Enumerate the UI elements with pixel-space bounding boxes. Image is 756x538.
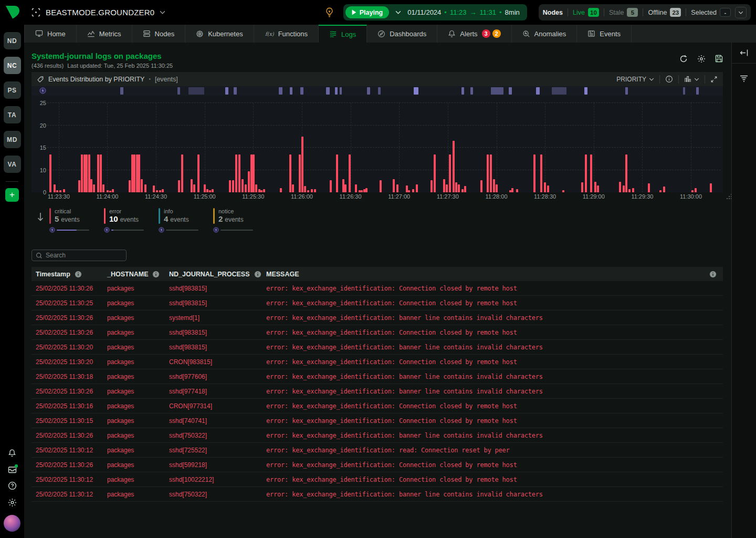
cell-hostname: packages — [103, 461, 165, 469]
table-row[interactable]: 25/02/2025 11:30:26packagessshd[750322]e… — [32, 428, 723, 443]
live-label[interactable]: Live — [573, 9, 585, 16]
selected-chevron-icon[interactable] — [735, 7, 747, 18]
column-info-icon[interactable] — [254, 271, 261, 278]
table-row[interactable]: 25/02/2025 11:30:26packagessshd[983815]e… — [32, 325, 723, 340]
gridline — [691, 103, 691, 192]
bar-error — [304, 186, 306, 192]
anomaly-segment — [584, 87, 587, 95]
legend-item-info[interactable]: info4events — [159, 208, 198, 233]
x-tick-label: 11:27:00 — [388, 193, 410, 200]
table-row[interactable]: 25/02/2025 11:30:16packagesCRON[977314]e… — [32, 399, 723, 413]
lightbulb-icon[interactable] — [325, 7, 334, 17]
room-nc[interactable]: NC — [4, 57, 21, 74]
tab-dashboards[interactable]: Dashboards — [367, 25, 437, 43]
tab-metrics[interactable]: Metrics — [77, 25, 132, 43]
column-header-label[interactable]: MESSAGE — [266, 271, 299, 278]
table-row[interactable]: 25/02/2025 11:30:26packagessystemd[1]err… — [32, 311, 723, 325]
bar-error — [86, 154, 88, 192]
news-inbox-icon[interactable] — [8, 465, 17, 473]
cell-message: error: kex_exchange_identification: Conn… — [262, 461, 723, 469]
table-row[interactable]: 25/02/2025 11:30:26packagessshd[983815]e… — [32, 281, 723, 296]
x-tick-label: 11:29:30 — [631, 193, 653, 200]
chart-plot[interactable]: 252015100 — [32, 96, 723, 192]
stale-count-badge[interactable]: 5 — [627, 8, 638, 17]
main-content: Systemd-journal logs on packages (436 re… — [24, 43, 731, 538]
x-tick-label: 11:27:30 — [437, 193, 459, 200]
tab-home[interactable]: Home — [24, 25, 77, 43]
chart-type-selector[interactable] — [684, 76, 699, 82]
refresh-icon[interactable] — [679, 55, 688, 63]
column-header-label[interactable]: Timestamp — [36, 271, 70, 278]
add-space-button[interactable]: + — [5, 188, 19, 202]
tab-kubernetes[interactable]: Kubernetes — [185, 25, 254, 43]
table-row[interactable]: 25/02/2025 11:30:12packagessshd[725522]e… — [32, 443, 723, 458]
cell-hostname: packages — [103, 358, 165, 366]
live-count-badge[interactable]: 10 — [588, 8, 599, 17]
compass-icon — [377, 30, 385, 38]
notifications-bell-icon[interactable] — [8, 449, 16, 458]
table-info-icon[interactable] — [709, 271, 717, 278]
room-ta[interactable]: TA — [4, 106, 21, 123]
tab-anomalies[interactable]: Anomalies — [512, 25, 578, 43]
column-header-label[interactable]: ND_JOURNAL_PROCESS — [169, 271, 250, 278]
anomaly-segment — [234, 87, 236, 95]
priority-dropdown[interactable]: PRIORITY — [616, 76, 654, 83]
legend-item-error[interactable]: error10events — [104, 208, 144, 233]
bar-error — [493, 179, 495, 192]
netdata-logo[interactable] — [0, 0, 24, 25]
legend-item-critical[interactable]: critical5events — [49, 208, 89, 233]
table-row[interactable]: 25/02/2025 11:30:15packagessshd[740741]e… — [32, 413, 723, 428]
user-avatar[interactable] — [4, 515, 20, 532]
table-row[interactable]: 25/02/2025 11:30:12packagessshd[750322]e… — [32, 487, 723, 502]
stale-label[interactable]: Stale — [609, 9, 624, 16]
help-icon[interactable] — [8, 481, 17, 490]
range-arrow: → — [469, 8, 476, 16]
chart-info-icon[interactable] — [665, 75, 673, 83]
room-ps[interactable]: PS — [4, 81, 21, 99]
room-va[interactable]: VA — [4, 156, 21, 173]
x-axis: 11:23:3011:24:0011:24:3011:25:0011:25:30… — [47, 192, 721, 201]
anomaly-ribbon[interactable] — [32, 86, 723, 96]
table-row[interactable]: 25/02/2025 11:30:26packagessshd[977418]e… — [32, 384, 723, 399]
legend-item-notice[interactable]: notice2events — [213, 208, 253, 233]
room-md[interactable]: MD — [4, 131, 21, 148]
column-header-label[interactable]: _HOSTNAME — [107, 271, 148, 278]
tab-nodes[interactable]: Nodes — [132, 25, 186, 43]
chart-title-dot: • — [149, 76, 151, 82]
table-row[interactable]: 25/02/2025 11:30:25packagessshd[983815]e… — [32, 296, 723, 311]
column-info-icon[interactable] — [75, 271, 82, 278]
save-icon[interactable] — [715, 55, 723, 63]
cell-hostname: packages — [103, 447, 165, 454]
search-input[interactable] — [46, 252, 122, 259]
settings-gear-icon[interactable] — [8, 498, 17, 507]
legend-direction-arrow-icon[interactable] — [37, 212, 44, 222]
table-row[interactable]: 25/02/2025 11:30:18packagessshd[977606]e… — [32, 369, 723, 384]
date-range[interactable]: 01/11/2024 • 11:23 → 11:31 • 8min — [407, 8, 520, 16]
cell-message: error: kex_exchange_identification: Conn… — [262, 417, 723, 425]
play-chevron-icon[interactable] — [395, 11, 401, 14]
tab-events[interactable]: Events — [577, 25, 632, 43]
cell-timestamp: 25/02/2025 11:30:12 — [32, 476, 103, 483]
tab-logs[interactable]: Logs — [319, 25, 367, 43]
bar-error — [632, 188, 634, 193]
tab-alerts[interactable]: Alerts32 — [437, 25, 511, 43]
collapse-panel-icon[interactable] — [732, 43, 756, 64]
chart-settings-gear-icon[interactable] — [697, 55, 706, 63]
table-row[interactable]: 25/02/2025 11:30:12packagessshd[10022212… — [32, 472, 723, 487]
tab-functions[interactable]: f(x)Functions — [254, 25, 319, 43]
table-row[interactable]: 25/02/2025 11:30:26packagessshd[599218]e… — [32, 458, 723, 472]
space-selector[interactable]: BEASTMODE.GROUNDZER0 — [32, 8, 165, 17]
offline-label[interactable]: Offline — [648, 9, 667, 16]
play-button[interactable]: Playing — [345, 6, 389, 18]
column-info-icon[interactable] — [152, 271, 160, 278]
filter-icon[interactable] — [740, 75, 748, 82]
offline-count-badge[interactable]: 23 — [670, 8, 681, 17]
alert-count-badge: 3 — [482, 29, 490, 38]
room-nd[interactable]: ND — [4, 32, 21, 49]
selected-value-badge[interactable]: - — [720, 8, 731, 17]
cell-timestamp: 25/02/2025 11:30:18 — [32, 373, 103, 380]
table-row[interactable]: 25/02/2025 11:30:20packagessshd[983815]e… — [32, 340, 723, 355]
table-row[interactable]: 25/02/2025 11:30:20packagesCRON[983815]e… — [32, 355, 723, 369]
bar-error — [90, 179, 92, 193]
fullscreen-icon[interactable] — [710, 76, 718, 83]
